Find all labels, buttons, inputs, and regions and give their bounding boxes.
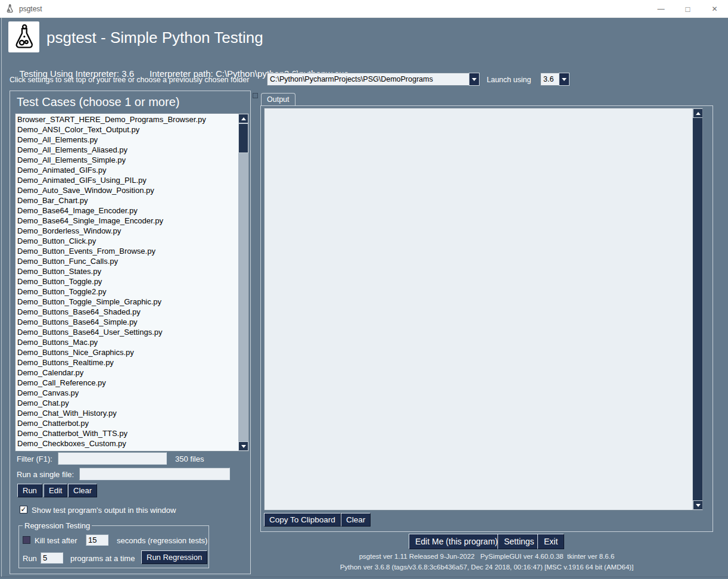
run-count-input[interactable] xyxy=(41,552,63,564)
list-item[interactable]: Demo_All_Elements_Aliased.py xyxy=(15,145,238,155)
scroll-down-button[interactable] xyxy=(238,441,248,451)
listbox-scrollbar[interactable] xyxy=(238,114,248,451)
scroll-up-button[interactable] xyxy=(693,108,703,118)
titlebar: psgtest — □ ✕ xyxy=(0,0,728,18)
list-item[interactable]: Demo_Base64_Image_Encoder.py xyxy=(15,206,238,216)
list-item[interactable]: Demo_Buttons_Base64_Simple.py xyxy=(15,317,238,327)
list-item[interactable]: Demo_Animated_GIFs.py xyxy=(15,165,238,175)
show-output-label[interactable]: Show test program's output in this windo… xyxy=(32,506,176,515)
list-item[interactable]: Demo_All_Elements.py xyxy=(15,135,238,145)
list-item[interactable]: Demo_Button_States.py xyxy=(15,266,238,276)
list-item[interactable]: Demo_Buttons_Mac.py xyxy=(15,337,238,347)
filter-input[interactable] xyxy=(58,452,167,465)
copy-to-clipboard-button[interactable]: Copy To Clipboard xyxy=(264,513,341,527)
close-button[interactable]: ✕ xyxy=(701,0,728,18)
folder-combo-arrow-button[interactable] xyxy=(469,73,480,86)
single-file-input[interactable] xyxy=(79,468,230,480)
output-tab-pane: Copy To Clipboard Clear xyxy=(260,105,713,532)
list-item[interactable]: Demo_Calendar.py xyxy=(15,368,238,378)
test-cases-list[interactable]: Browser_START_HERE_Demo_Programs_Browser… xyxy=(15,114,238,451)
settings-hint-text: Click settings to set top of your tree o… xyxy=(10,76,249,84)
minimize-button[interactable]: — xyxy=(648,0,674,18)
output-scrollbar[interactable] xyxy=(692,108,702,510)
folder-combo-value[interactable]: C:\Python\PycharmProjects\PSG\DemoProgra… xyxy=(267,73,469,86)
launch-version-value[interactable]: 3.6 xyxy=(540,73,559,86)
scroll-down-button[interactable] xyxy=(693,500,703,510)
edit-me-button[interactable]: Edit Me (this program) xyxy=(409,534,504,549)
app-logo-box xyxy=(8,21,39,52)
regression-testing-frame: Regression Testing Kill test after secon… xyxy=(18,525,209,568)
list-item[interactable]: Demo_Button_Click.py xyxy=(15,236,238,246)
files-count-text: 350 files xyxy=(175,455,204,463)
list-item[interactable]: Demo_Chatterbot_With_TTS.py xyxy=(15,428,238,438)
filter-label: Filter (F1): xyxy=(17,455,52,463)
list-item[interactable]: Demo_ANSI_Color_Text_Output.py xyxy=(15,124,238,135)
run-regression-button[interactable]: Run Regression xyxy=(141,550,207,564)
single-file-label: Run a single file: xyxy=(17,470,74,479)
run-button[interactable]: Run xyxy=(17,484,42,497)
clear-output-button[interactable]: Clear xyxy=(341,513,371,527)
list-item[interactable]: Demo_Auto_Save_Window_Position.py xyxy=(15,185,238,195)
test-cases-listbox[interactable]: Browser_START_HERE_Demo_Programs_Browser… xyxy=(15,113,249,452)
list-item[interactable]: Demo_Button_Events_From_Browse.py xyxy=(15,246,238,256)
kill-test-suffix-label: seconds (regression tests) xyxy=(117,536,207,545)
list-item[interactable]: Demo_Call_Reference.py xyxy=(15,378,238,388)
exit-button[interactable]: Exit xyxy=(537,534,564,549)
list-item[interactable]: Demo_Animated_GIFs_Using_PIL.py xyxy=(15,175,238,185)
regression-frame-title: Regression Testing xyxy=(23,521,92,530)
list-item[interactable]: Demo_Button_Func_Calls.py xyxy=(15,256,238,266)
maximize-button[interactable]: □ xyxy=(674,0,701,18)
scroll-up-button[interactable] xyxy=(238,114,248,123)
window-edge xyxy=(0,577,728,577)
test-cases-title: Test Cases (choose 1 or more) xyxy=(17,95,179,109)
status-line-1: psgtest ver 1.11 Released 9-Jun-2022 PyS… xyxy=(260,553,713,560)
chevron-down-icon xyxy=(562,78,567,81)
list-item[interactable]: Demo_Buttons_Nice_Graphics.py xyxy=(15,347,238,357)
list-item[interactable]: Demo_All_Elements_Simple.py xyxy=(15,155,238,165)
output-text xyxy=(266,110,691,509)
window-controls: — □ ✕ xyxy=(648,0,728,18)
window-title: psgtest xyxy=(19,5,42,13)
tab-output[interactable]: Output xyxy=(261,93,295,106)
list-item[interactable]: Demo_Borderless_Window.py xyxy=(15,226,238,236)
triangle-up-icon xyxy=(696,112,701,115)
kill-seconds-input[interactable] xyxy=(86,534,108,546)
window-edge xyxy=(1,18,2,577)
list-item[interactable]: Demo_Chat_With_History.py xyxy=(15,408,238,418)
kill-test-label[interactable]: Kill test after xyxy=(35,536,77,545)
kill-test-checkbox[interactable] xyxy=(23,536,30,544)
list-item[interactable]: Demo_Bar_Chart.py xyxy=(15,195,238,206)
list-item[interactable]: Demo_Canvas.py xyxy=(15,388,238,398)
list-item[interactable]: Demo_Chat.py xyxy=(15,398,238,408)
folder-combo[interactable]: C:\Python\PycharmProjects\PSG\DemoProgra… xyxy=(267,73,480,86)
page-title: psgtest - Simple Python Testing xyxy=(46,29,263,47)
list-item[interactable]: Demo_Chatterbot.py xyxy=(15,418,238,428)
list-item[interactable]: Demo_Button_Toggle.py xyxy=(15,276,238,287)
list-item[interactable]: Demo_Checkboxes_Custom.py xyxy=(15,438,238,449)
list-item[interactable]: Demo_Buttons_Base64_Shaded.py xyxy=(15,307,238,317)
launch-using-label: Launch using xyxy=(487,76,531,84)
launch-version-combo[interactable]: 3.6 xyxy=(540,73,570,86)
app-window: psgtest — □ ✕ psgtest - Simple Python Te… xyxy=(0,0,728,579)
test-cases-panel: Test Cases (choose 1 or more) Browser_ST… xyxy=(10,91,251,574)
list-item[interactable]: Demo_Button_Toggle2.py xyxy=(15,287,238,297)
panel-sizer-grip xyxy=(253,93,258,98)
flask-icon xyxy=(11,24,38,51)
show-output-checkbox[interactable] xyxy=(20,506,27,513)
run-count-label: Run xyxy=(23,554,37,563)
settings-button[interactable]: Settings xyxy=(497,534,541,549)
status-line-2: Python ver 3.6.8 (tags/v3.6.8:3c6b436a57… xyxy=(260,564,713,571)
list-item[interactable]: Demo_Buttons_Base64_User_Settings.py xyxy=(15,327,238,337)
app-flask-icon xyxy=(5,4,14,13)
list-item[interactable]: Demo_Base64_Single_Image_Encoder.py xyxy=(15,216,238,226)
scrollbar-thumb[interactable] xyxy=(238,123,248,153)
clear-button[interactable]: Clear xyxy=(68,484,97,497)
triangle-down-icon xyxy=(696,504,701,507)
launch-combo-arrow-button[interactable] xyxy=(559,73,570,86)
list-item[interactable]: Browser_START_HERE_Demo_Programs_Browser… xyxy=(15,114,238,124)
list-item[interactable]: Demo_Button_Toggle_Simple_Graphic.py xyxy=(15,297,238,307)
run-count-suffix-label: programs at a time xyxy=(70,554,135,563)
edit-button[interactable]: Edit xyxy=(43,484,67,497)
list-item[interactable]: Demo_Buttons_Realtime.py xyxy=(15,357,238,368)
output-area[interactable] xyxy=(264,108,703,510)
